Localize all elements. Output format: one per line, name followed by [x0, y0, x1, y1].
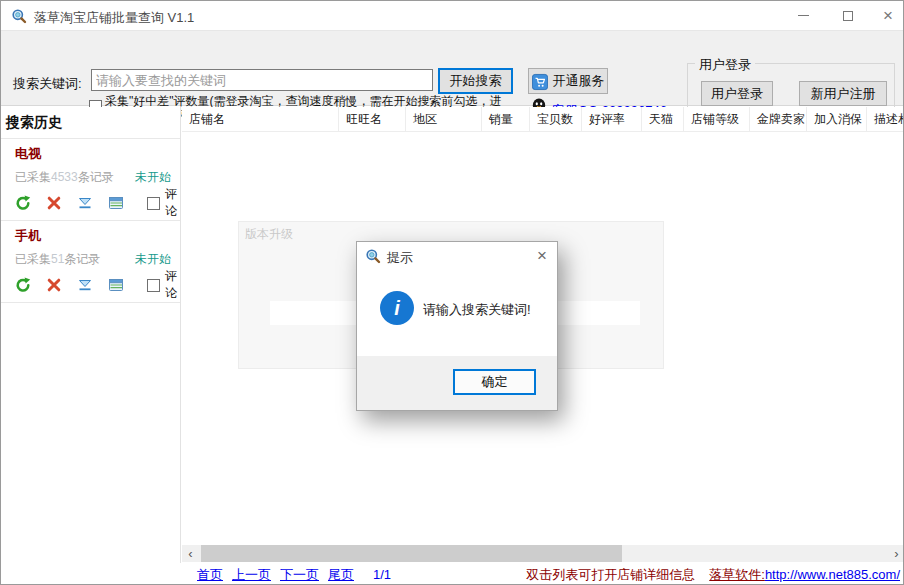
history-collected-info: 已采集51条记录 未开始	[15, 251, 175, 268]
user-login-button[interactable]: 用户登录	[701, 81, 773, 106]
results-table-header: 店铺名 旺旺名 地区 销量 宝贝数 好评率 天猫 店铺等级 金牌卖家 加入消保 …	[182, 107, 904, 132]
brand-name[interactable]: 落草软件:	[709, 567, 765, 582]
app-logo-magnifier-icon	[365, 248, 381, 264]
column-header-tmall[interactable]: 天猫	[642, 107, 684, 131]
column-header-shop-level[interactable]: 店铺等级	[684, 107, 750, 131]
search-history-sidebar: 搜索历史 电视 已采集4533条记录 未开始	[1, 107, 181, 563]
info-icon: i	[380, 291, 414, 325]
history-entry-actions: 评论	[15, 194, 180, 212]
dialog-title: 提示	[387, 249, 413, 267]
app-logo-magnifier-icon	[11, 8, 27, 24]
comment-checkbox[interactable]	[147, 279, 160, 292]
comment-checkbox-label: 评论	[165, 268, 180, 302]
version-upgrade-title: 版本升级	[245, 226, 293, 243]
maximize-button[interactable]	[831, 1, 865, 30]
scroll-left-icon[interactable]: ‹	[182, 545, 199, 562]
brand-url[interactable]: http://www.net885.com/	[765, 567, 900, 582]
history-keyword: 电视	[15, 145, 180, 163]
ok-button[interactable]: 确定	[453, 369, 536, 395]
column-header-gold-seller[interactable]: 金牌卖家	[750, 107, 807, 131]
title-bar: 落草淘宝店铺批量查询 V1.1 ×	[1, 1, 904, 31]
export-icon[interactable]	[77, 277, 93, 293]
column-header-region[interactable]: 地区	[406, 107, 482, 131]
history-entry[interactable]: 电视 已采集4533条记录 未开始	[1, 139, 180, 220]
comment-checkbox-label: 评论	[165, 186, 180, 220]
column-header-consumer-protection[interactable]: 加入消保	[807, 107, 867, 131]
window-title: 落草淘宝店铺批量查询 V1.1	[34, 9, 194, 27]
maximize-icon	[843, 11, 853, 21]
column-header-description-match[interactable]: 描述相	[867, 107, 904, 131]
close-icon: ×	[537, 246, 547, 266]
start-search-button[interactable]: 开始搜索	[438, 68, 513, 94]
open-service-button[interactable]: 开通服务	[528, 68, 608, 94]
cart-icon	[532, 73, 548, 89]
column-header-positive-rate[interactable]: 好评率	[582, 107, 642, 131]
column-header-item-count[interactable]: 宝贝数	[530, 107, 582, 131]
horizontal-scrollbar[interactable]: ‹ ›	[182, 545, 904, 562]
status-bar: 首页 上一页 下一页 尾页 1/1 双击列表可打开店铺详细信息 落草软件:htt…	[1, 563, 904, 585]
restart-collect-icon[interactable]	[15, 277, 31, 293]
brand-link[interactable]: 落草软件:http://www.net885.com/	[709, 566, 900, 584]
status-badge: 未开始	[135, 251, 171, 268]
minimize-icon	[798, 15, 809, 16]
minimize-button[interactable]	[786, 1, 820, 30]
comment-checkbox[interactable]	[147, 197, 160, 210]
pagination-next-link[interactable]: 下一页	[280, 566, 319, 584]
collected-count: 51	[51, 252, 64, 266]
restart-collect-icon[interactable]	[15, 195, 31, 211]
status-right: 双击列表可打开店铺详细信息 落草软件:http://www.net885.com…	[526, 566, 904, 584]
history-collected-info: 已采集4533条记录 未开始	[15, 169, 175, 186]
toolbar: 搜索关键词: 开始搜索 开通服务 采集"好中差"评数量(需登录淘宝，查询速度稍慢…	[1, 31, 904, 106]
dialog-title-bar: 提示 ×	[357, 242, 557, 270]
double-click-hint: 双击列表可打开店铺详细信息	[526, 566, 695, 584]
open-table-icon[interactable]	[108, 277, 124, 293]
dialog-footer: 确定	[357, 356, 557, 410]
collected-count: 4533	[51, 170, 78, 184]
history-keyword: 手机	[15, 227, 180, 245]
dialog-close-button[interactable]: ×	[527, 242, 557, 270]
search-history-title: 搜索历史	[1, 107, 180, 138]
app-window: 落草淘宝店铺批量查询 V1.1 × 搜索关键词: 开始搜索 开通服务 采集"好中…	[0, 0, 904, 585]
keyword-label: 搜索关键词:	[13, 75, 82, 93]
history-entry-actions: 评论	[15, 276, 180, 294]
column-header-shop-name[interactable]: 店铺名	[182, 107, 339, 131]
user-login-group-title: 用户登录	[695, 56, 755, 74]
scroll-right-icon[interactable]: ›	[888, 545, 904, 562]
alert-dialog: 提示 × i 请输入搜索关键词! 确定	[356, 241, 558, 411]
history-entry[interactable]: 手机 已采集51条记录 未开始	[1, 221, 180, 302]
column-header-wangwang-name[interactable]: 旺旺名	[339, 107, 406, 131]
delete-icon[interactable]	[46, 277, 62, 293]
dialog-message: 请输入搜索关键词!	[423, 301, 531, 319]
export-icon[interactable]	[77, 195, 93, 211]
divider	[1, 302, 180, 303]
delete-icon[interactable]	[46, 195, 62, 211]
dialog-body: i 请输入搜索关键词!	[357, 270, 557, 357]
pagination-last-link[interactable]: 尾页	[328, 566, 354, 584]
page-indicator: 1/1	[373, 567, 391, 582]
new-user-register-button[interactable]: 新用户注册	[799, 81, 887, 106]
scrollbar-thumb[interactable]	[201, 545, 622, 562]
close-button[interactable]: ×	[871, 1, 904, 30]
keyword-input[interactable]	[91, 69, 433, 91]
column-header-sales[interactable]: 销量	[482, 107, 530, 131]
close-icon: ×	[883, 7, 893, 24]
pagination-first-link[interactable]: 首页	[197, 566, 223, 584]
status-badge: 未开始	[135, 169, 171, 186]
open-table-icon[interactable]	[108, 195, 124, 211]
pagination-prev-link[interactable]: 上一页	[232, 566, 271, 584]
pagination: 首页 上一页 下一页 尾页 1/1	[197, 566, 391, 584]
